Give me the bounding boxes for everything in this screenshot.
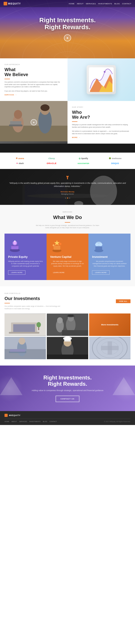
footer-nav-services[interactable]: SERVICES [19,421,27,422]
hero-play-button[interactable] [64,34,71,42]
gallery-more-label: More Investments [99,322,120,328]
services-link[interactable]: SERVICES [5,94,63,96]
svg-rect-42 [95,246,102,250]
brand-kickstarter: KICKSTARTER [69,162,98,164]
venture-capital-icon [50,239,64,252]
brand-oracle: ORACLE [37,162,66,164]
testimonial-section: "MIEquity is the world's leading global … [0,169,135,205]
who-label: OUR STORY [72,106,130,108]
who-body2: We believe in a personalized, hands-on a… [72,130,130,135]
testimonial-dot-3[interactable] [69,198,70,198]
gallery-item-3[interactable]: More Investments [89,314,130,336]
svg-rect-61 [68,315,73,316]
card1-title: Private Equity [8,255,28,258]
nav-home[interactable]: HOME [69,3,74,5]
believe-label: OUR APPROACH [5,64,63,65]
investments-heading: Our Investments [5,296,63,301]
testimonial-author: Nicholas Moody [9,191,126,193]
gallery-item-2[interactable] [47,314,88,336]
gallery-item-6[interactable] [89,337,130,359]
gallery-item-5[interactable] [47,337,88,359]
view-all-button[interactable]: VIEW ALL [116,299,130,303]
testimonial-content: "MIEquity is the world's leading global … [9,175,126,198]
what-we-do-label: SERVICES [5,211,130,213]
svg-point-66 [19,338,25,345]
gallery-item-1[interactable] [5,314,46,336]
footer-nav-about[interactable]: ABOUT [12,421,17,422]
investments-gallery: More Investments [5,314,130,359]
brand-treehouse: 🌳 treehouse [101,157,129,160]
footer-nav: HOME ABOUT SERVICES INVESTMENTS BLOG CON… [5,421,57,422]
testimonial-dot-1[interactable] [65,198,66,198]
nav-investments[interactable]: INVESTMENTS [98,3,112,5]
footer-nav-investments[interactable]: INVESTMENTS [29,421,41,422]
hero-title: Right Investments. Right Rewards. [39,17,96,31]
svg-rect-51 [13,324,35,332]
nav-services[interactable]: SERVICES [86,3,96,5]
svg-rect-34 [11,245,19,246]
footer-hero-section: Right Investments. Right Rewards. Adding… [0,366,135,411]
footer-nav-blog[interactable]: BLOG [43,421,47,422]
hero-content: Right Investments. Right Rewards. [39,17,96,42]
svg-point-54 [37,322,41,328]
svg-point-36 [14,242,16,244]
footer-nav-home[interactable]: HOME [5,421,9,422]
believe-body2: If you are one of those key players, we … [5,90,63,92]
footer-nav-contact[interactable]: CONTACT [50,421,57,422]
card3-desc: We provide comprehensive investment mana… [92,260,127,268]
gallery-item-4[interactable] [5,337,46,359]
investments-header: OUR PORTFOLIO Our Investments Our portfo… [5,292,130,310]
believe-text: OUR APPROACH What We Believe Our partner… [0,58,68,101]
svg-point-57 [57,317,63,323]
card1-button[interactable]: LEARN MORE [8,270,26,275]
svg-point-13 [104,71,105,73]
footer-logo-text: MIEQUITY [9,414,21,416]
footer-hero-title: Right Investments. Right Rewards. [5,374,130,387]
nav-logo[interactable]: MIEQUITY [4,2,21,6]
orange-divider [5,79,10,79]
svg-rect-52 [9,332,39,334]
brands-section: ❊ asana Classy ◎ Spotify 🌳 treehouse ✦ s… [0,152,135,169]
testimonial-text: "MIEquity is the world's leading global … [9,182,126,188]
card3-button[interactable]: LEARN MORE [92,270,109,275]
believe-heading: What We Believe [5,67,63,77]
navbar: MIEQUITY HOME ABOUT SERVICES INVESTMENTS… [0,0,135,7]
footer-divider [5,419,130,419]
nav-contact[interactable]: CONTACT [122,3,131,5]
svg-point-40 [53,244,54,246]
logo-text: MIEQUITY [8,2,21,5]
more-link[interactable]: MORE [72,137,130,138]
contact-us-button[interactable]: CONTACT US [56,396,79,402]
brand-asana: ❊ asana [6,157,34,160]
believe-image [68,58,135,101]
who-section: OUR STORY Who We Are? MiEquity is a prem… [0,101,135,144]
testimonial-role: Managing Director [9,193,126,195]
svg-rect-38 [54,246,60,250]
card3-title: Investment [92,255,107,258]
card1-desc: MiEquity partners with leading private e… [8,260,43,268]
who-play-button[interactable] [31,119,37,126]
card2-button[interactable]: LEARN MORE [50,270,68,275]
brand-disqus: DISQUS [101,162,129,164]
testimonial-dot-2[interactable] [67,198,68,198]
svg-rect-62 [62,330,88,336]
investments-section: OUR PORTFOLIO Our Investments Our portfo… [0,286,135,366]
dark-band [0,144,135,152]
svg-point-73 [63,337,72,340]
card2-title: Venture Capital [50,255,72,258]
gallery-img-4 [5,337,46,359]
investments-desc: Our portfolio companies span a wide rang… [5,305,63,310]
who-image-container [0,101,68,144]
testimonial-dots [9,198,126,198]
who-text: OUR STORY Who We Are? MiEquity is a prem… [68,101,135,144]
believe-body: Our partners commit to structured invest… [5,81,63,88]
svg-rect-74 [47,354,88,359]
nav-blog[interactable]: BLOG [114,3,120,5]
what-we-do-desc: We help our clients to grow through stra… [34,224,101,229]
what-we-do-divider [65,222,70,222]
nav-about[interactable]: ABOUT [77,3,83,5]
investment-icon [92,239,105,252]
tablet-device [87,65,116,94]
who-heading: Who We Are? [72,110,130,120]
footer-top: MIEQUITY [5,414,130,417]
